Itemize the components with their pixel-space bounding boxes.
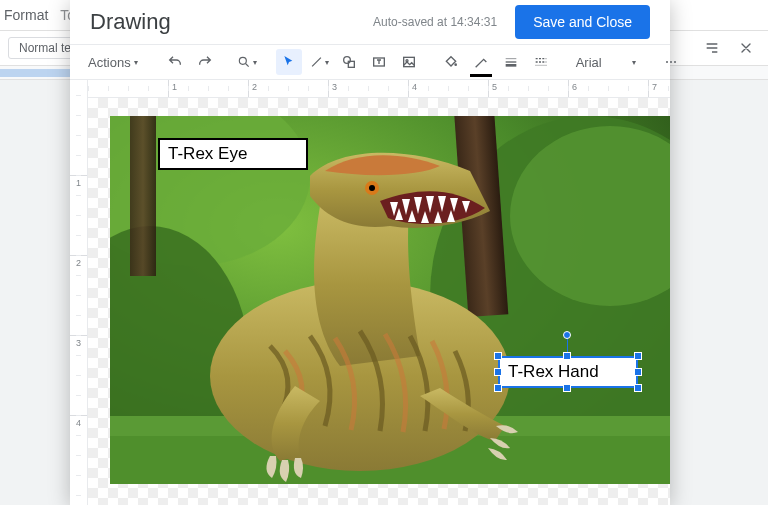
line-tool[interactable]: ▾ [306,49,332,75]
svg-point-6 [454,63,457,66]
hide-menus-icon[interactable] [704,40,720,59]
editing-mode-icon[interactable] [738,40,754,59]
resize-handle-e[interactable] [634,368,642,376]
redo-button[interactable] [192,49,218,75]
image-trex[interactable] [110,116,670,484]
resize-handle-w[interactable] [494,368,502,376]
menu-format[interactable]: Format [4,7,48,23]
svg-rect-4 [403,57,414,66]
svg-point-9 [674,61,676,63]
undo-button[interactable] [162,49,188,75]
svg-rect-16 [130,116,156,276]
modal-header: Drawing Auto-saved at 14:34:31 Save and … [70,0,670,44]
resize-handle-sw[interactable] [494,384,502,392]
drawing-toolbar: Actions▾ ▾ ▾ [70,44,670,80]
drawing-canvas[interactable]: T-Rex Eye T-Rex Hand [88,98,670,505]
font-family-select[interactable]: Arial▾ [570,55,642,70]
svg-point-7 [666,61,668,63]
resize-handle-s[interactable] [563,384,571,392]
modal-title: Drawing [90,9,171,35]
horizontal-ruler[interactable]: 1 2 3 4 5 6 7 [88,80,670,98]
vertical-ruler[interactable]: 1 2 3 4 [70,80,88,505]
resize-handle-ne[interactable] [634,352,642,360]
border-color-button[interactable] [468,49,494,75]
docs-right-toolbar [704,40,754,59]
resize-handle-se[interactable] [634,384,642,392]
zoom-button[interactable]: ▾ [234,49,260,75]
drawing-modal: Drawing Auto-saved at 14:34:31 Save and … [70,0,670,505]
border-weight-button[interactable] [498,49,524,75]
actions-menu[interactable]: Actions▾ [80,51,146,74]
autosave-status: Auto-saved at 14:34:31 [373,15,497,29]
resize-handle-nw[interactable] [494,352,502,360]
svg-point-33 [369,185,375,191]
svg-point-1 [343,57,350,64]
select-tool[interactable] [276,49,302,75]
border-dash-button[interactable] [528,49,554,75]
fill-color-button[interactable] [438,49,464,75]
textbox-trex-eye[interactable]: T-Rex Eye [158,138,308,170]
svg-point-0 [239,57,246,64]
image-tool[interactable] [396,49,422,75]
resize-handle-n[interactable] [563,352,571,360]
save-and-close-button[interactable]: Save and Close [515,5,650,39]
more-options-button[interactable] [658,49,684,75]
canvas-area: 1 2 3 4 1 2 3 4 5 6 7 [70,80,670,505]
shape-tool[interactable] [336,49,362,75]
rotate-handle[interactable] [563,331,571,339]
textbox-tool[interactable] [366,49,392,75]
svg-point-8 [670,61,672,63]
